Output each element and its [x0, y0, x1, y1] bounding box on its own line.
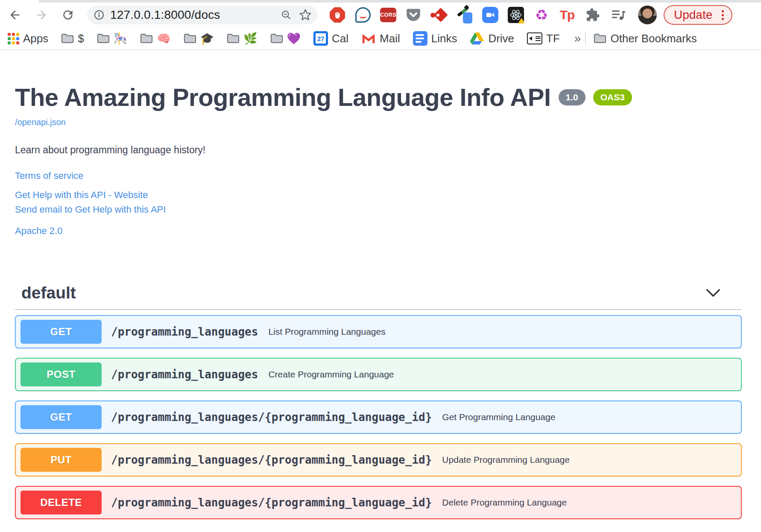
endpoint-summary: Create Programming Language — [268, 369, 394, 380]
bookmark-links[interactable]: Links — [413, 31, 457, 46]
bookmark-tf[interactable]: TF — [527, 32, 560, 45]
section-divider — [15, 309, 742, 310]
swagger-page: The Amazing Programming Language Info AP… — [0, 50, 761, 519]
bookmark-star-icon[interactable] — [299, 9, 312, 21]
openapi-spec-link[interactable]: /openapi.json — [15, 117, 66, 127]
chat-bubble-icon[interactable] — [354, 6, 372, 23]
tab-strip-edge — [0, 0, 761, 3]
endpoint-summary: Get Programming Language — [442, 412, 555, 422]
bookmark-label: Links — [431, 32, 457, 45]
bookmark-folder[interactable]: $ — [61, 32, 84, 45]
adblock-icon[interactable] — [329, 6, 346, 23]
endpoint-row[interactable]: POST /programming_languages Create Progr… — [15, 358, 742, 391]
endpoint-row[interactable]: GET /programming_languages/{programming_… — [15, 400, 742, 434]
redirector-diamond-icon[interactable] — [430, 6, 448, 23]
endpoint-summary: Update Programming Language — [442, 455, 570, 465]
bookmark-folder-label: 🌿 — [243, 32, 257, 45]
zoom-camera-icon[interactable] — [482, 6, 499, 23]
drive-icon — [470, 32, 484, 45]
links-icon — [413, 31, 427, 46]
bookmark-folder-label: 🎓 — [200, 32, 214, 45]
music-queue-icon[interactable] — [610, 6, 627, 23]
endpoint-path: /programming_languages/{programming_lang… — [111, 496, 432, 509]
page-info-icon[interactable] — [93, 9, 105, 21]
bookmark-label: TF — [546, 32, 560, 45]
method-badge: GET — [20, 320, 102, 344]
forward-arrow-icon — [35, 8, 48, 22]
bookmark-folder-label: $ — [78, 32, 84, 45]
bookmark-folder[interactable]: 🧠 — [140, 32, 170, 45]
license-link[interactable]: Apache 2.0 — [15, 225, 62, 237]
reload-icon — [61, 8, 75, 22]
bookmark-folders: $ 🎠 🧠 🎓 🌿 💜 — [61, 32, 313, 45]
update-label: Update — [674, 8, 712, 22]
endpoint-path: /programming_languages/{programming_lang… — [111, 411, 432, 424]
bookmark-folder[interactable]: 🎓 — [184, 32, 214, 45]
menu-dots-icon[interactable] — [720, 9, 726, 22]
endpoint-row[interactable]: GET /programming_languages List Programm… — [15, 315, 742, 348]
endpoint-summary: Delete Programming Language — [442, 497, 567, 508]
section-header-default[interactable]: default — [15, 284, 742, 302]
folder-icon — [594, 33, 606, 44]
recycle-icon[interactable]: ♻ — [533, 6, 550, 23]
bookmarks-bar: Apps $ 🎠 🧠 🎓 🌿 💜 — [0, 27, 761, 50]
email-help-link[interactable]: Send email to Get Help with this API — [15, 202, 742, 217]
update-button[interactable]: Update — [664, 5, 732, 25]
cors-icon[interactable]: CORS — [380, 8, 396, 22]
bookmarks-divider — [585, 32, 586, 45]
other-bookmarks-label: Other Bookmarks — [610, 32, 697, 45]
extensions-puzzle-icon[interactable] — [584, 6, 601, 23]
bookmarks-overflow-chevron[interactable]: » — [574, 32, 581, 45]
bookmark-folder[interactable]: 💜 — [270, 32, 301, 45]
oas3-badge: OAS3 — [593, 89, 632, 105]
forward-button[interactable] — [32, 5, 51, 25]
bookmark-drive[interactable]: Drive — [470, 32, 514, 45]
endpoint-path: /programming_languages — [111, 325, 258, 338]
bookmark-folder[interactable]: 🎠 — [97, 32, 127, 45]
pocket-icon[interactable] — [405, 6, 422, 23]
bookmark-folder[interactable]: 🌿 — [227, 32, 257, 45]
zoom-out-icon[interactable] — [280, 9, 292, 21]
bookmark-folder-label: 🎠 — [114, 32, 127, 45]
extension-icons: CORS — [329, 6, 627, 23]
bookmark-label: Mail — [380, 32, 400, 45]
section-title: default — [21, 284, 76, 302]
bookmark-apps[interactable]: Apps — [8, 32, 48, 45]
back-button[interactable] — [5, 5, 25, 25]
active-tab-edge — [0, 0, 39, 3]
method-badge: PUT — [20, 448, 102, 472]
gmail-icon — [361, 32, 376, 44]
endpoint-path: /programming_languages — [111, 368, 258, 381]
apps-grid-icon — [8, 33, 19, 44]
endpoint-row[interactable]: PUT /programming_languages/{programming_… — [15, 443, 742, 476]
terms-of-service-link[interactable]: Terms of service — [15, 170, 83, 181]
chevron-down-icon[interactable] — [706, 288, 720, 298]
folder-icon — [97, 33, 110, 44]
url-text[interactable]: 127.0.0.1:8000/docs — [110, 8, 280, 22]
url-bar[interactable]: 127.0.0.1:8000/docs — [87, 6, 318, 24]
profile-avatar[interactable] — [638, 6, 657, 24]
bookmark-folder-label: 💜 — [287, 32, 301, 45]
folder-icon — [184, 33, 196, 44]
bookmark-label: Cal — [332, 32, 348, 45]
other-bookmarks[interactable]: Other Bookmarks — [594, 32, 697, 45]
website-help-link[interactable]: Get Help with this API - Website — [15, 188, 742, 202]
tampermonkey-tp-icon[interactable]: Tp — [559, 6, 576, 23]
version-badge: 1.0 — [559, 89, 585, 105]
endpoint-path: /programming_languages/{programming_lang… — [111, 453, 432, 466]
react-devtools-icon[interactable] — [507, 6, 524, 23]
color-eyedropper-icon[interactable] — [456, 6, 473, 23]
api-info-block: The Amazing Programming Language Info AP… — [0, 50, 761, 237]
bookmark-label: Drive — [488, 32, 514, 45]
folder-icon — [140, 33, 153, 44]
reload-button[interactable] — [58, 5, 78, 25]
page-title: The Amazing Programming Language Info AP… — [15, 83, 551, 111]
folder-icon — [270, 33, 283, 44]
bookmark-mail[interactable]: Mail — [361, 32, 400, 45]
api-operations: default GET /programming_languages List … — [15, 284, 742, 519]
bookmark-calendar[interactable]: 27 Cal — [313, 31, 348, 46]
folder-icon — [61, 33, 74, 44]
back-arrow-icon — [8, 8, 22, 22]
folder-icon — [227, 33, 240, 44]
endpoint-row[interactable]: DELETE /programming_languages/{programmi… — [15, 486, 742, 519]
